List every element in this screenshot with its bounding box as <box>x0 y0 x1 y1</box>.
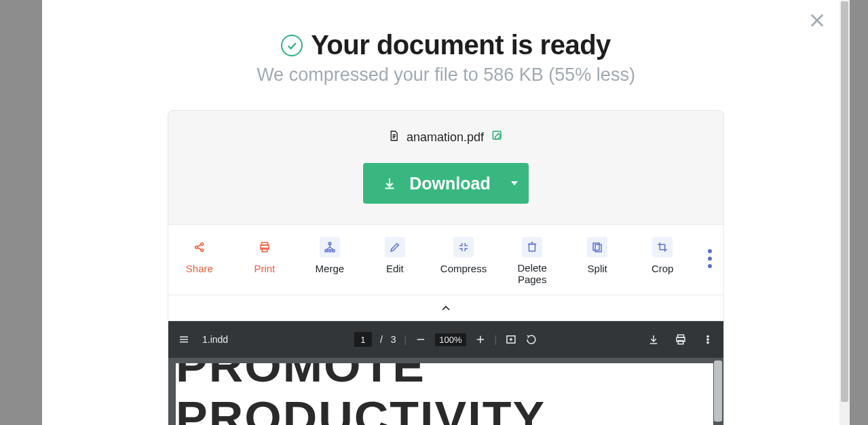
svg-rect-16 <box>328 242 331 244</box>
svg-rect-23 <box>529 244 535 252</box>
edit-label: Edit <box>386 263 404 274</box>
plus-icon <box>474 333 486 346</box>
success-check-icon <box>281 35 303 56</box>
close-icon <box>808 11 827 30</box>
print-label: Print <box>254 263 275 274</box>
compress-button[interactable]: Compress <box>440 237 487 274</box>
result-card: anamation.pdf Download Share Print <box>168 110 724 425</box>
compress-icon <box>453 237 474 257</box>
crop-icon <box>652 237 673 257</box>
svg-point-42 <box>707 335 709 337</box>
rename-button[interactable] <box>491 129 504 146</box>
print-button[interactable]: Print <box>245 237 284 274</box>
merge-icon <box>320 237 340 257</box>
minus-icon <box>415 333 427 346</box>
print-icon <box>254 237 275 257</box>
more-icon <box>708 249 712 253</box>
share-icon <box>189 237 210 257</box>
split-icon <box>587 237 607 257</box>
delete-pages-icon <box>522 237 542 257</box>
delete-pages-label: DeletePages <box>517 263 546 285</box>
delete-pages-button[interactable]: DeletePages <box>512 237 552 285</box>
viewer-page-input[interactable]: 1 <box>354 332 372 347</box>
viewer-download-button[interactable] <box>647 333 660 346</box>
toolbar-divider: | <box>494 334 497 345</box>
svg-point-44 <box>707 341 709 343</box>
zoom-in-button[interactable] <box>474 333 486 346</box>
share-label: Share <box>186 263 213 274</box>
svg-rect-19 <box>333 250 335 252</box>
split-button[interactable]: Split <box>578 237 617 274</box>
fit-page-button[interactable] <box>505 333 517 346</box>
modal-scrollbar-track[interactable] <box>839 0 850 425</box>
result-title: Your document is ready <box>311 30 611 60</box>
pencil-icon <box>491 129 504 143</box>
close-button[interactable] <box>805 8 829 33</box>
viewer-zoom-level[interactable]: 100% <box>435 333 466 346</box>
result-modal: Your document is ready We compressed you… <box>42 0 850 425</box>
viewer-menu-button[interactable] <box>178 333 190 346</box>
viewer-scrollbar-thumb[interactable] <box>714 361 722 422</box>
svg-line-12 <box>197 248 201 250</box>
collapse-preview-button[interactable] <box>168 295 723 321</box>
rotate-icon <box>525 333 537 346</box>
result-subtitle: We compressed your file to 586 KB (55% l… <box>42 64 850 86</box>
more-actions-button[interactable] <box>708 237 712 268</box>
download-icon <box>647 333 660 346</box>
viewer-print-button[interactable] <box>675 333 687 346</box>
svg-rect-17 <box>325 250 327 252</box>
file-name: anamation.pdf <box>407 130 484 145</box>
edit-button[interactable]: Edit <box>375 237 415 274</box>
download-label: Download <box>409 174 490 193</box>
split-label: Split <box>588 263 607 274</box>
edit-icon <box>385 237 405 257</box>
viewer-doc-name: 1.indd <box>202 334 228 345</box>
svg-line-11 <box>197 244 201 246</box>
result-header: Your document is ready We compressed you… <box>42 0 850 86</box>
viewer-page-total: 3 <box>391 334 396 345</box>
crop-button[interactable]: Crop <box>643 237 682 274</box>
share-button[interactable]: Share <box>180 237 219 274</box>
modal-scrollbar-thumb[interactable] <box>841 1 848 402</box>
crop-label: Crop <box>652 263 674 274</box>
fit-page-icon <box>505 333 517 346</box>
svg-rect-18 <box>328 250 331 252</box>
file-row: anamation.pdf <box>168 111 723 147</box>
svg-point-43 <box>707 339 709 340</box>
viewer-page-sep: / <box>380 334 383 345</box>
rotate-button[interactable] <box>525 333 537 346</box>
toolbar-divider: | <box>404 334 407 345</box>
download-dropdown-caret-icon[interactable] <box>511 181 518 185</box>
merge-button[interactable]: Merge <box>310 237 350 274</box>
pdf-page: PROMOTE PRODUCTIVITY <box>176 363 713 425</box>
document-icon <box>388 128 400 147</box>
more-vertical-icon <box>702 333 714 346</box>
zoom-out-button[interactable] <box>415 333 427 346</box>
page-heading: PROMOTE PRODUCTIVITY <box>176 363 713 425</box>
compress-label: Compress <box>440 263 487 274</box>
download-button[interactable]: Download <box>363 163 528 204</box>
download-icon <box>382 176 397 191</box>
pdf-viewer-toolbar: 1.indd 1 / 3 | 100% | <box>168 321 723 358</box>
chevron-up-icon <box>439 301 453 315</box>
viewer-more-button[interactable] <box>702 333 714 346</box>
pdf-viewer-content[interactable]: PROMOTE PRODUCTIVITY <box>168 358 723 425</box>
actions-row: Share Print Merge Edit Compress DeletePa… <box>168 224 723 295</box>
print-icon <box>675 333 687 346</box>
merge-label: Merge <box>316 263 345 274</box>
